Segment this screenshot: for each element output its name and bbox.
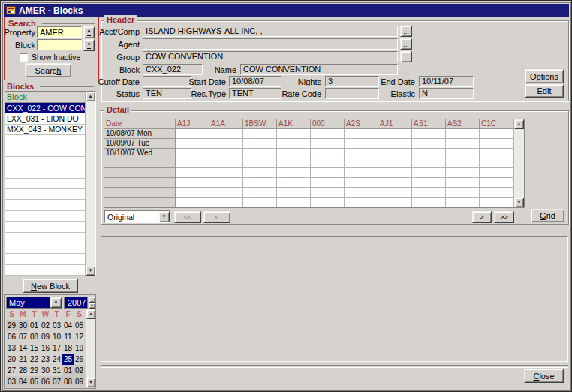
calendar-day[interactable]: 25 (62, 354, 74, 365)
acct-comp-lov-button[interactable]: ... (400, 26, 412, 37)
grid-cell[interactable] (378, 178, 412, 188)
grid-cell[interactable] (446, 149, 480, 158)
grid-cell[interactable] (277, 188, 311, 198)
rate-code-field[interactable] (325, 88, 379, 99)
grid-scrollbar[interactable]: ▲ ▼ (513, 119, 524, 207)
grid-cell[interactable] (209, 178, 243, 188)
grid-cell[interactable] (446, 188, 480, 198)
block-field[interactable]: CXX_022 (143, 64, 203, 75)
grid-cell[interactable] (243, 129, 277, 139)
calendar-day[interactable]: 08 (29, 331, 40, 342)
grid-cell[interactable] (378, 139, 412, 149)
list-item[interactable] (5, 189, 85, 200)
scroll-up-button[interactable]: ▲ (514, 119, 524, 129)
scroll-down-button[interactable]: ▼ (514, 198, 524, 207)
grid-cell[interactable] (345, 129, 378, 139)
list-item[interactable]: MXX_043 - MONKEY SEE (5, 125, 85, 135)
calendar-day[interactable]: 02 (74, 365, 85, 376)
calendar-scrollbar[interactable]: ▲ ▼ (86, 309, 95, 387)
grid-cell[interactable] (345, 168, 378, 178)
grid-cell[interactable] (446, 168, 480, 178)
grid-cell[interactable] (378, 198, 412, 207)
grid-cell[interactable] (243, 168, 277, 178)
calendar-day[interactable]: 27 (6, 365, 17, 376)
calendar-day[interactable]: 13 (6, 342, 17, 354)
elastic-field[interactable]: N (419, 88, 474, 99)
grid-cell[interactable] (176, 129, 209, 139)
grid-cell[interactable] (480, 178, 513, 188)
grid-cell[interactable] (209, 198, 243, 207)
agent-lov-button[interactable]: ... (400, 38, 412, 50)
options-button[interactable]: Options (525, 69, 564, 83)
grid-cell[interactable] (480, 139, 513, 149)
nights-field[interactable]: 3 (325, 76, 379, 87)
grid-cell[interactable] (209, 149, 243, 158)
res-type-field[interactable]: TENT (229, 88, 281, 99)
calendar-day[interactable]: 06 (40, 376, 51, 387)
property-input[interactable] (37, 26, 82, 38)
calendar-day[interactable]: 30 (17, 320, 29, 331)
calendar-day[interactable]: 04 (62, 320, 74, 331)
grid-cell[interactable] (277, 129, 311, 139)
grid-cell[interactable] (446, 198, 480, 207)
grid-cell[interactable] (277, 139, 311, 149)
list-item[interactable]: LXX_031 - LION DO (5, 113, 85, 124)
calendar-day[interactable]: 04 (17, 376, 29, 387)
calendar-day[interactable]: 08 (62, 376, 74, 387)
grid-cell[interactable] (480, 168, 513, 178)
grid-cell[interactable] (412, 129, 446, 139)
calendar-day[interactable]: 20 (6, 354, 17, 365)
list-item[interactable] (5, 200, 85, 210)
calendar-day[interactable]: 31 (51, 365, 62, 376)
calendar-day[interactable]: 07 (51, 376, 62, 387)
list-item[interactable]: CXX_022 - COW CONVEN (5, 103, 85, 113)
calendar-day[interactable]: 28 (17, 365, 29, 376)
grid-cell[interactable] (311, 149, 345, 158)
grid-cell[interactable] (345, 188, 378, 198)
group-lov-button[interactable]: ... (400, 51, 412, 62)
list-item[interactable] (5, 146, 85, 157)
search-button[interactable]: Search (25, 63, 71, 77)
grid-cell[interactable] (311, 168, 345, 178)
grid-cell[interactable] (243, 139, 277, 149)
grid-cell[interactable] (412, 188, 446, 198)
calendar-day[interactable]: 12 (74, 331, 85, 342)
grid-cell[interactable] (176, 168, 209, 178)
grid-cell[interactable] (412, 149, 446, 158)
block-input[interactable] (37, 39, 82, 50)
cutoff-date-field[interactable] (143, 76, 192, 87)
grid-cell[interactable] (378, 158, 412, 168)
grid-cell[interactable] (176, 178, 209, 188)
grid-cell[interactable] (311, 198, 345, 207)
status-field[interactable]: TEN (143, 88, 192, 99)
calendar-day[interactable]: 18 (62, 342, 74, 354)
scroll-down-button[interactable]: ▼ (86, 378, 95, 387)
grid-cell[interactable] (480, 198, 513, 207)
grid-cell[interactable] (176, 149, 209, 158)
grid-cell[interactable] (311, 129, 345, 139)
calendar-day[interactable]: 23 (40, 354, 51, 365)
grid-cell[interactable] (412, 168, 446, 178)
group-field[interactable]: COW CONVENTION (143, 51, 398, 62)
calendar-day[interactable]: 03 (6, 376, 17, 387)
acct-comp-field[interactable]: ISLAND HIGHWAYS-ALL INC, , (143, 26, 398, 37)
month-select[interactable]: May ▼ (6, 297, 62, 309)
grid-cell[interactable] (345, 158, 378, 168)
grid-cell[interactable] (209, 188, 243, 198)
show-inactive-checkbox[interactable] (20, 53, 28, 62)
calendar-day[interactable]: 06 (6, 331, 17, 342)
grid-cell[interactable] (209, 129, 243, 139)
grid-cell[interactable] (176, 139, 209, 149)
grid-cell[interactable] (243, 188, 277, 198)
grid-cell[interactable] (311, 178, 345, 188)
property-dropdown-button[interactable]: ▼ (83, 26, 95, 38)
grid-cell[interactable] (480, 158, 513, 168)
calendar-day[interactable]: 01 (29, 320, 40, 331)
grid-cell[interactable] (345, 139, 378, 149)
grid-cell[interactable] (277, 158, 311, 168)
grid-cell[interactable] (446, 139, 480, 149)
grid-cell[interactable] (277, 168, 311, 178)
block-dropdown-button[interactable]: ▼ (83, 39, 95, 51)
nav-last-button[interactable]: >> (494, 211, 514, 223)
list-item[interactable] (5, 157, 85, 167)
